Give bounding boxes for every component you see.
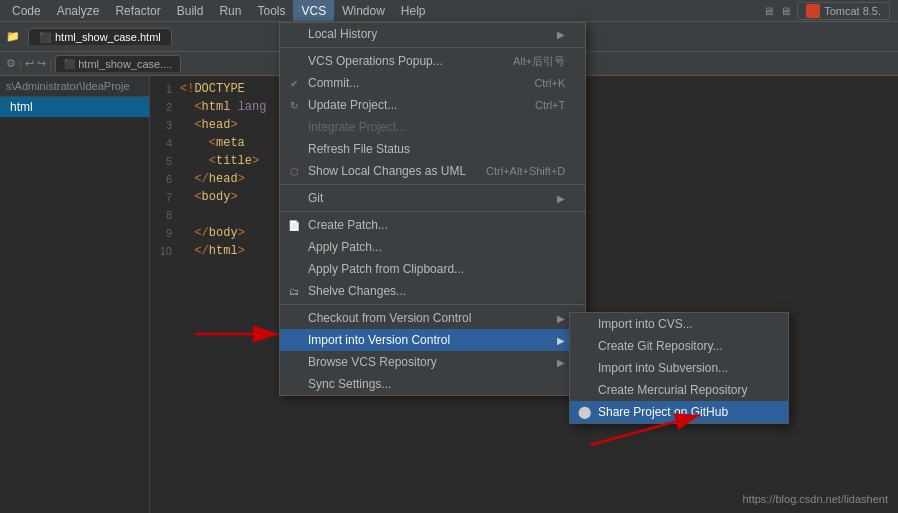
- commit-icon: ✔: [286, 75, 302, 91]
- separator: [280, 211, 585, 212]
- menu-commit[interactable]: ✔ Commit... Ctrl+K: [280, 72, 585, 94]
- menu-window[interactable]: Window: [334, 0, 393, 21]
- patch-icon: 📄: [286, 217, 302, 233]
- menu-checkout[interactable]: Checkout from Version Control ▶: [280, 307, 585, 329]
- menu-apply-patch-clipboard[interactable]: Apply Patch from Clipboard...: [280, 258, 585, 280]
- tab-html-inner[interactable]: ⬛ html_show_case....: [55, 55, 181, 72]
- url-text: https://blog.csdn.net/lidashent: [742, 493, 888, 505]
- menu-bar: Code Analyze Refactor Build Run Tools VC…: [0, 0, 898, 22]
- menu-run[interactable]: Run: [211, 0, 249, 21]
- menu-help[interactable]: Help: [393, 0, 434, 21]
- menu-create-mercurial[interactable]: Create Mercurial Repository: [570, 379, 788, 401]
- menu-tools[interactable]: Tools: [249, 0, 293, 21]
- menu-integrate-project: Integrate Project...: [280, 116, 585, 138]
- update-icon: ↻: [286, 97, 302, 113]
- tomcat-button[interactable]: Tomcat 8.5.: [797, 2, 890, 20]
- sidebar-item-html[interactable]: html: [0, 97, 149, 117]
- menu-import-subversion[interactable]: Import into Subversion...: [570, 357, 788, 379]
- menu-vcs[interactable]: VCS: [293, 0, 334, 21]
- tab-inner-label: html_show_case....: [78, 58, 172, 70]
- tab-label: html_show_case.html: [55, 31, 161, 43]
- separator: [280, 304, 585, 305]
- separator: [280, 47, 585, 48]
- tomcat-icon: [806, 4, 820, 18]
- uml-icon: ⬡: [286, 163, 302, 179]
- import-submenu: Import into CVS... Create Git Repository…: [569, 312, 789, 424]
- sidebar: s\Administrator\IdeaProje html: [0, 76, 150, 513]
- menu-import-cvs[interactable]: Import into CVS...: [570, 313, 788, 335]
- shelve-icon: 🗂: [286, 283, 302, 299]
- menu-shelve-changes[interactable]: 🗂 Shelve Changes...: [280, 280, 585, 302]
- vcs-dropdown: Local History ▶ VCS Operations Popup... …: [279, 22, 586, 396]
- menu-show-local-changes[interactable]: ⬡ Show Local Changes as UML Ctrl+Alt+Shi…: [280, 160, 585, 182]
- separator: [280, 184, 585, 185]
- tomcat-label: Tomcat 8.5.: [824, 5, 881, 17]
- menu-vcs-operations[interactable]: VCS Operations Popup... Alt+后引号: [280, 50, 585, 72]
- menu-browse-vcs[interactable]: Browse VCS Repository ▶: [280, 351, 585, 373]
- menu-update-project[interactable]: ↻ Update Project... Ctrl+T: [280, 94, 585, 116]
- sidebar-path: s\Administrator\IdeaProje: [0, 76, 149, 97]
- tab-html[interactable]: ⬛ html_show_case.html: [28, 28, 172, 45]
- menu-code[interactable]: Code: [4, 0, 49, 21]
- menu-sync-settings[interactable]: Sync Settings...: [280, 373, 585, 395]
- menu-refactor[interactable]: Refactor: [107, 0, 168, 21]
- menu-create-git-repo[interactable]: Create Git Repository...: [570, 335, 788, 357]
- menu-import[interactable]: Import into Version Control ▶: [280, 329, 585, 351]
- menu-analyze[interactable]: Analyze: [49, 0, 108, 21]
- menu-build[interactable]: Build: [169, 0, 212, 21]
- github-icon: ⬤: [576, 404, 592, 420]
- menu-share-github[interactable]: ⬤ Share Project on GitHub: [570, 401, 788, 423]
- menu-git[interactable]: Git ▶: [280, 187, 585, 209]
- menu-apply-patch[interactable]: Apply Patch...: [280, 236, 585, 258]
- menu-refresh-file-status[interactable]: Refresh File Status: [280, 138, 585, 160]
- menu-create-patch[interactable]: 📄 Create Patch...: [280, 214, 585, 236]
- menu-local-history[interactable]: Local History ▶: [280, 23, 585, 45]
